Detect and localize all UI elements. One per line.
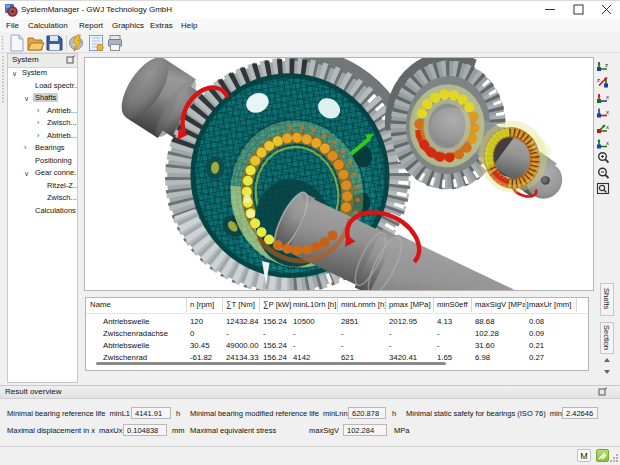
svg-text:x: x: [606, 109, 609, 115]
svg-text:x: x: [606, 140, 609, 146]
svg-text:x: x: [606, 94, 609, 100]
svg-text:x: x: [606, 124, 609, 130]
svg-text:z: z: [605, 62, 608, 68]
svg-text:z: z: [597, 77, 600, 83]
